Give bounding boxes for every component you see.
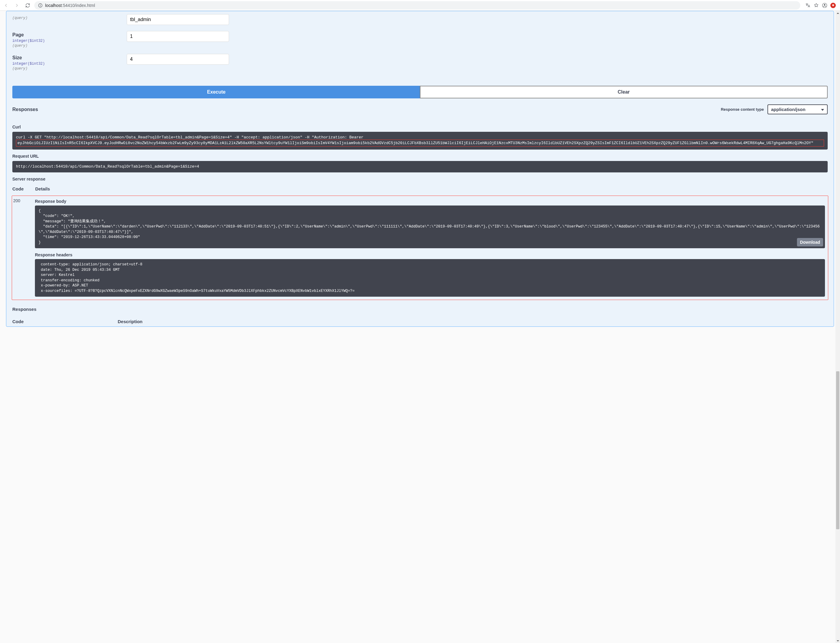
responses-section-heading: Responses: [12, 307, 828, 312]
response-headers-block[interactable]: content-type: application/json; charset=…: [35, 259, 825, 297]
curl-label: Curl: [7, 120, 833, 132]
response-content-type-select[interactable]: application/json: [768, 104, 828, 114]
response-row: 200 Response body { "code": "OK!", "mess…: [12, 196, 828, 300]
param-type: integer($int32): [12, 62, 127, 66]
request-url-block[interactable]: http://localhost:54410/api/Common/Data_R…: [12, 161, 828, 172]
scroll-down-arrow[interactable]: [835, 638, 840, 643]
code-column-header: Code: [12, 186, 35, 191]
request-url-label: Request URL: [7, 150, 833, 161]
param-row: Page integer($int32) (query): [12, 28, 828, 51]
profile-avatar-icon[interactable]: [822, 3, 827, 8]
description-column-header: Description: [118, 319, 143, 324]
operation-block: (query) Page integer($int32) (query): [6, 11, 834, 327]
translate-icon[interactable]: [805, 3, 811, 8]
clear-button[interactable]: Clear: [420, 86, 828, 98]
responses-heading: Responses: [12, 107, 721, 112]
param-name: Size: [12, 55, 127, 60]
forward-button[interactable]: [13, 1, 21, 10]
execute-button[interactable]: Execute: [12, 86, 420, 98]
reload-button[interactable]: [23, 1, 32, 10]
param-in: (query): [12, 44, 127, 48]
param-row: (query): [12, 11, 828, 28]
code-column-header: Code: [12, 319, 118, 324]
status-code: 200: [12, 198, 35, 297]
details-column-header: Details: [35, 186, 50, 191]
browser-toolbar: localhost:54410/index.html ✱: [0, 0, 840, 11]
site-info-icon: [38, 3, 43, 8]
scroll-thumb[interactable]: [836, 371, 839, 529]
response-content-type-value: application/json: [771, 107, 806, 112]
download-button[interactable]: Download: [797, 238, 823, 246]
svg-point-4: [824, 4, 825, 5]
url-text: localhost:54410/index.html: [45, 3, 95, 8]
response-content-type-label: Response content type: [721, 107, 764, 112]
response-body-block[interactable]: { "code": "OK!", "message": "查询结果集成功！", …: [35, 206, 825, 248]
address-bar[interactable]: localhost:54410/index.html: [34, 1, 800, 10]
extension-badge-icon[interactable]: ✱: [830, 3, 836, 8]
bookmark-star-icon[interactable]: [814, 3, 819, 8]
response-body-label: Response body: [35, 198, 825, 206]
back-button[interactable]: [2, 1, 10, 10]
scroll-up-arrow[interactable]: [835, 11, 840, 15]
param-in: (query): [12, 67, 127, 71]
param-type: integer($int32): [12, 39, 127, 43]
param-input-page[interactable]: [127, 31, 229, 42]
param-row: Size integer($int32) (query): [12, 51, 828, 74]
param-in: (query): [12, 16, 127, 20]
param-input-sqlortable[interactable]: [127, 14, 229, 25]
param-input-size[interactable]: [127, 54, 229, 65]
curl-command-block[interactable]: curl -X GET "http://localhost:54410/api/…: [12, 132, 828, 150]
param-name: Page: [12, 32, 127, 38]
vertical-scrollbar[interactable]: [835, 11, 840, 643]
server-response-label: Server response: [7, 172, 833, 183]
response-headers-label: Response headers: [35, 248, 825, 259]
curl-token-highlight: eyJhbGciOiJIUzI1NiIsInR5cCI6IkpXVCJ9.eyJ…: [16, 140, 824, 147]
